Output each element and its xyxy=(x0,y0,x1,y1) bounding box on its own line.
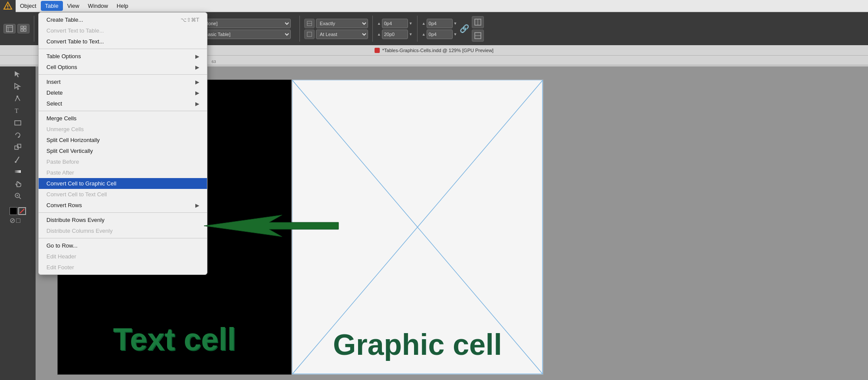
menu-convert-to-text-cell: Convert Cell to Text Cell xyxy=(39,189,207,200)
menu-edit-header: Edit Header xyxy=(39,251,207,262)
menu-create-table[interactable]: Create Table... ⌥⇧⌘T xyxy=(39,14,207,25)
menu-convert-text-to-table: Convert Text to Table... xyxy=(39,25,207,36)
tool-select[interactable] xyxy=(10,69,26,79)
tool-scale[interactable] xyxy=(10,142,26,152)
svg-line-49 xyxy=(19,197,21,199)
toolbar-icon-1[interactable] xyxy=(3,24,16,33)
apply-default[interactable]: □ xyxy=(16,217,20,225)
tool-rotate[interactable] xyxy=(10,130,26,140)
table-dropdown-menu: Create Table... ⌥⇧⌘T Convert Text to Tab… xyxy=(38,12,207,275)
menu-delete[interactable]: Delete ▶ xyxy=(39,87,207,98)
svg-line-44 xyxy=(16,157,19,162)
svg-point-45 xyxy=(15,161,16,163)
svg-rect-3 xyxy=(7,26,13,32)
col-width-input[interactable] xyxy=(382,30,408,39)
document-title: *Tables-Graphics-Cells.indd @ 129% [GPU … xyxy=(382,48,493,53)
menu-paste-before: Paste Before xyxy=(39,156,207,167)
menu-divider-2 xyxy=(39,74,207,75)
toolbar-sep-6 xyxy=(299,16,300,42)
menu-divider-1 xyxy=(39,49,207,49)
svg-rect-6 xyxy=(21,26,23,28)
menu-cell-options[interactable]: Cell Options ▶ xyxy=(39,62,207,73)
menu-convert-table-to-text[interactable]: Convert Table to Text... xyxy=(39,36,207,47)
toolbar-sep-8 xyxy=(417,16,418,42)
value-input-2[interactable] xyxy=(427,30,453,39)
text-cell-label: Text cell xyxy=(113,321,236,357)
menu-window[interactable]: Window xyxy=(84,1,112,11)
menu-split-h[interactable]: Split Cell Horizontally xyxy=(39,135,207,145)
table-style-select[interactable]: [Basic Table] xyxy=(200,30,291,39)
file-icon xyxy=(375,48,380,53)
fill-swatch[interactable] xyxy=(10,207,17,215)
fixed-size-select[interactable]: Exactly xyxy=(316,19,368,28)
svg-rect-7 xyxy=(24,26,26,28)
tool-type[interactable]: T xyxy=(10,106,26,116)
toolbar-sep-7 xyxy=(372,16,373,42)
menu-merge-cells[interactable]: Merge Cells xyxy=(39,113,207,124)
chain-link-icon[interactable]: 🔗 xyxy=(460,24,469,33)
menu-convert-rows[interactable]: Convert Rows ▶ xyxy=(39,200,207,211)
graphic-cell-label: Graphic cell xyxy=(292,327,543,361)
apply-none[interactable]: ⊘ xyxy=(10,216,15,225)
menu-select[interactable]: Select ▶ xyxy=(39,98,207,109)
value-input-1[interactable] xyxy=(427,19,453,28)
menu-distribute-cols: Distribute Columns Evenly xyxy=(39,225,207,236)
extra-icon-1[interactable] xyxy=(472,16,484,28)
svg-marker-55 xyxy=(204,215,339,237)
menu-convert-to-graphic-cell[interactable]: Convert Cell to Graphic Cell xyxy=(39,178,207,189)
tool-gradient[interactable] xyxy=(10,166,26,177)
menu-view[interactable]: View xyxy=(63,1,84,11)
svg-point-2 xyxy=(7,8,8,9)
left-panel: T ⊘ □ xyxy=(0,66,36,380)
menu-insert[interactable]: Insert ▶ xyxy=(39,76,207,87)
menu-object[interactable]: Object xyxy=(16,1,41,11)
menu-table-options[interactable]: Table Options ▶ xyxy=(39,51,207,62)
menu-divider-3 xyxy=(39,111,207,111)
menu-divider-4 xyxy=(39,212,207,213)
tool-rectangle[interactable] xyxy=(10,118,26,128)
menu-paste-after: Paste After xyxy=(39,167,207,178)
svg-point-39 xyxy=(16,96,18,97)
menu-help[interactable]: Help xyxy=(112,1,133,11)
toolbar-icon-2[interactable] xyxy=(17,24,30,33)
row-height-input[interactable] xyxy=(382,19,408,28)
fixed-size-icon xyxy=(304,19,315,28)
svg-rect-46 xyxy=(15,170,21,173)
svg-rect-8 xyxy=(21,29,23,31)
app-icon xyxy=(0,0,16,12)
menu-table[interactable]: Table xyxy=(41,1,63,11)
svg-rect-41 xyxy=(15,121,21,125)
extra-icon-2[interactable] xyxy=(472,30,484,42)
menu-edit-footer: Edit Footer xyxy=(39,262,207,273)
tool-eyedropper[interactable] xyxy=(10,154,26,165)
menu-bar: Object Table View Window Help xyxy=(0,0,868,12)
fixed-size-select2[interactable]: At Least xyxy=(316,30,368,39)
svg-rect-34 xyxy=(307,32,312,36)
pointer-arrow xyxy=(204,213,343,240)
tool-direct-select[interactable] xyxy=(10,81,26,92)
menu-divider-5 xyxy=(39,238,207,238)
fixed-size-icon2 xyxy=(304,30,315,39)
ruler-num-12: 63 xyxy=(207,59,221,64)
menu-distribute-rows[interactable]: Distribute Rows Evenly xyxy=(39,215,207,225)
svg-text:T: T xyxy=(15,108,19,114)
svg-rect-9 xyxy=(24,29,26,31)
toolbar-left-icons xyxy=(3,24,30,33)
toolbar-sep-1 xyxy=(34,16,34,42)
menu-split-v[interactable]: Split Cell Vertically xyxy=(39,145,207,156)
tool-hand[interactable] xyxy=(10,178,26,189)
menu-unmerge-cells: Unmerge Cells xyxy=(39,124,207,135)
tool-pen[interactable] xyxy=(10,93,26,104)
stroke-swatch[interactable] xyxy=(18,207,26,215)
menu-go-to-row[interactable]: Go to Row... xyxy=(39,240,207,251)
header-row-style-select[interactable]: [None] xyxy=(200,19,291,28)
tool-zoom[interactable] xyxy=(10,191,26,201)
